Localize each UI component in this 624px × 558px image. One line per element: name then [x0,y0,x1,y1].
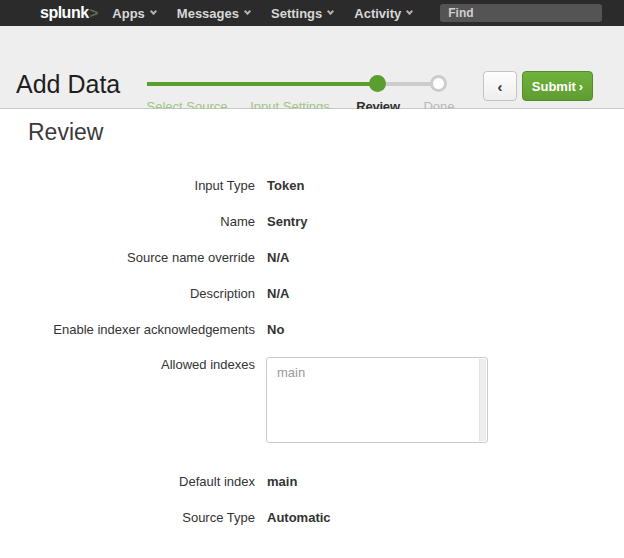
field-value: No [267,322,284,337]
field-value: Sentry [267,214,307,229]
field-label: Default index [20,474,255,489]
submit-button-label: Submit [532,79,576,94]
field-value: N/A [267,286,289,301]
review-field-list: Input Type Token Name Sentry Source name… [20,167,580,535]
field-row-input-type: Input Type Token [20,167,580,203]
nav-item-apps-label: Apps [112,6,145,21]
field-row-source-name-override: Source name override N/A [20,239,580,275]
chevron-left-icon: ‹ [498,78,503,95]
page-title: Add Data [16,70,120,99]
chevron-down-icon [406,8,413,15]
field-value: main [267,474,297,489]
field-label: Allowed indexes [20,347,255,372]
field-label: Name [20,214,255,229]
field-row-source-type: Source Type Automatic [20,499,580,535]
allowed-indexes-value: main [267,358,487,387]
back-button[interactable]: ‹ [483,71,517,101]
wizard-header: Add Data Select Source Input Settings Re… [0,26,624,109]
field-label: Source name override [20,250,255,265]
textarea-scrollbar[interactable] [479,359,486,441]
nav-item-settings-label: Settings [271,6,322,21]
nav-item-messages-label: Messages [177,6,239,21]
chevron-right-icon: › [579,79,583,94]
splunk-logo-text: splunk [40,4,89,22]
chevron-down-icon [327,8,334,15]
section-heading: Review [28,119,103,146]
allowed-indexes-textarea[interactable]: main [266,357,488,443]
nav-item-activity-label: Activity [354,6,401,21]
field-row-default-index: Default index main [20,463,580,499]
field-row-allowed-indexes: Allowed indexes main [20,347,580,443]
field-value: Automatic [267,510,331,525]
field-label: Description [20,286,255,301]
nav-item-messages[interactable]: Messages [177,6,250,21]
chevron-down-icon [244,8,251,15]
stepper-done-circle [430,75,447,92]
field-label: Source Type [20,510,255,525]
review-panel: Review Input Type Token Name Sentry Sour… [0,109,624,558]
splunk-logo[interactable]: splunk > [40,4,98,22]
field-label: Enable indexer acknowledgements [20,322,255,337]
nav-item-activity[interactable]: Activity [354,6,412,21]
chevron-down-icon [150,8,157,15]
field-row-indexer-acknowledgements: Enable indexer acknowledgements No [20,311,580,347]
submit-button[interactable]: Submit › [522,71,593,101]
stepper-track-complete [147,82,378,86]
nav-item-settings[interactable]: Settings [271,6,333,21]
find-search-input[interactable] [440,4,602,22]
field-value: N/A [267,250,289,265]
field-row-description: Description N/A [20,275,580,311]
field-value: Token [267,178,304,193]
splunk-logo-chevron-icon: > [90,4,99,21]
stepper-current-dot [369,75,386,92]
nav-item-apps[interactable]: Apps [112,6,156,21]
topbar: splunk > Apps Messages Settings Activity [0,0,624,26]
field-label: Input Type [20,178,255,193]
field-row-name: Name Sentry [20,203,580,239]
